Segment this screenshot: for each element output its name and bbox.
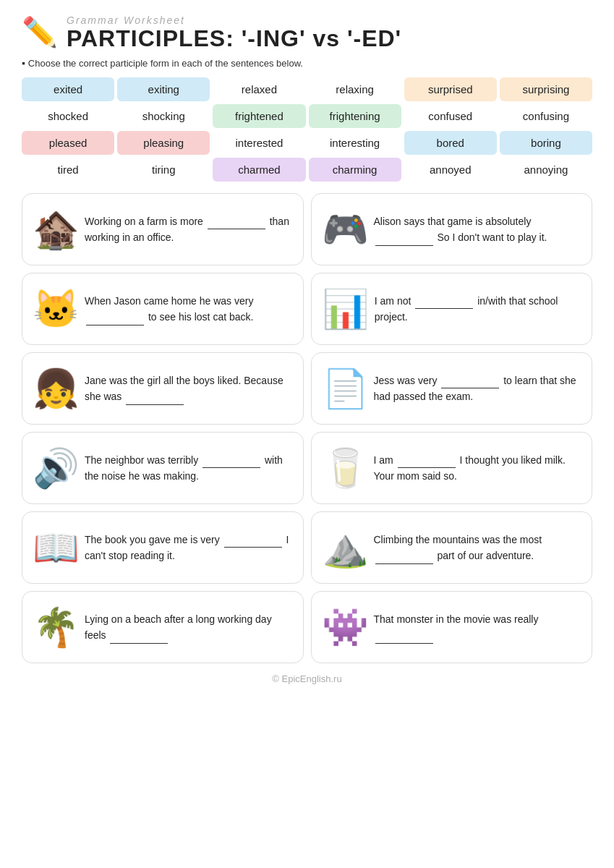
word-cell: exiting — [117, 77, 210, 101]
word-cell: interested — [213, 131, 305, 155]
word-cell: exited — [22, 77, 114, 101]
exercise-icon: 📄 — [322, 370, 365, 407]
blank-line — [375, 244, 433, 246]
exercise-icon: 🐱 — [33, 290, 76, 328]
exercise-card: 📊I am not in/with that school project. — [311, 273, 593, 345]
grammar-label: Grammar Worksheet — [67, 14, 401, 26]
exercise-card: 👾That monster in the movie was really — [311, 591, 593, 663]
word-cell: relaxed — [213, 77, 305, 101]
exercise-text: That monster in the movie was really — [374, 611, 582, 644]
blank-line — [208, 228, 265, 229]
blank-line — [110, 642, 168, 644]
exercise-text: Jane was the girl all the boys liked. Be… — [85, 373, 293, 405]
word-cell: relaxing — [309, 77, 401, 101]
footer: © EpicEnglish.ru — [22, 673, 592, 684]
exercise-icon: 📊 — [322, 290, 366, 328]
exercise-icon: 🥛 — [322, 449, 365, 487]
exercise-icon: 👾 — [322, 608, 365, 646]
word-cell: charming — [309, 158, 401, 182]
exercise-text: Lying on a beach after a long working da… — [85, 611, 293, 644]
blank-line — [86, 324, 144, 326]
exercise-icon: 👧 — [33, 370, 76, 407]
exercise-text: When Jason came home he was very to see … — [85, 293, 293, 326]
word-cell: surprising — [500, 77, 592, 101]
exercise-text: Jess was very to learn that she had pass… — [374, 373, 582, 405]
instruction: Choose the correct participle form in ea… — [22, 57, 592, 69]
exercise-icon: 🌴 — [33, 608, 76, 646]
blank-line — [202, 467, 260, 468]
word-cell: tired — [22, 158, 114, 182]
word-cell: surprised — [404, 77, 497, 101]
blank-line — [415, 307, 473, 309]
exercise-text: Climbing the mountains was the most part… — [374, 532, 582, 564]
word-cell: pleased — [22, 131, 114, 155]
exercise-card: 🌴Lying on a beach after a long working d… — [22, 591, 304, 663]
exercise-icon: 🏚️ — [33, 210, 76, 248]
main-title: PARTICIPLES: '-ING' vs '-ED' — [67, 26, 401, 51]
word-cell: boring — [500, 131, 592, 155]
exercise-text: Working on a farm is more than working i… — [85, 213, 293, 246]
exercise-card: 🏚️Working on a farm is more than working… — [22, 193, 304, 265]
exercise-card: 🥛I am I thought you liked milk. Your mom… — [311, 432, 593, 504]
exercise-card: 🐱When Jason came home he was very to see… — [22, 273, 304, 345]
exercise-text: The book you gave me is very I can't sto… — [85, 532, 293, 564]
word-cell: bored — [404, 131, 497, 155]
word-cell: annoyed — [404, 158, 497, 182]
blank-line — [375, 642, 433, 644]
blank-line — [375, 563, 433, 564]
exercise-card: 📄Jess was very to learn that she had pas… — [311, 352, 593, 425]
word-cell: charmed — [213, 158, 305, 182]
word-cell: confusing — [500, 104, 592, 128]
exercise-card: 👧Jane was the girl all the boys liked. B… — [22, 352, 304, 425]
word-cell: shocked — [22, 104, 114, 128]
word-cell: pleasing — [117, 131, 210, 155]
exercise-icon: 🔊 — [33, 449, 76, 487]
blank-line — [126, 404, 184, 405]
word-cell: frightened — [213, 104, 305, 128]
exercise-text: Alison says that game is absolutely So I… — [374, 213, 582, 246]
exercise-text: I am I thought you liked milk. Your mom … — [374, 452, 582, 485]
exercise-icon: 🎮 — [322, 210, 365, 248]
pencil-icon: ✏️ — [22, 17, 58, 46]
word-cell: frightening — [309, 104, 401, 128]
blank-line — [441, 387, 499, 388]
word-grid: exitedexitingrelaxedrelaxingsurprisedsur… — [22, 77, 592, 182]
word-cell: tiring — [117, 158, 210, 182]
exercise-text: The neighbor was terribly with the noise… — [85, 452, 293, 485]
word-cell: shocking — [117, 104, 210, 128]
page-header: ✏️ Grammar Worksheet PARTICIPLES: '-ING'… — [22, 14, 592, 51]
exercise-text: I am not in/with that school project. — [375, 293, 581, 326]
blank-line — [224, 546, 282, 548]
word-cell: interesting — [309, 131, 401, 155]
exercise-grid: 🏚️Working on a farm is more than working… — [22, 193, 592, 663]
exercise-icon: 📖 — [33, 529, 76, 566]
exercise-card: 📖The book you gave me is very I can't st… — [22, 511, 304, 584]
word-cell: confused — [404, 104, 497, 128]
blank-line — [398, 467, 456, 468]
exercise-card: 🔊The neighbor was terribly with the nois… — [22, 432, 304, 504]
exercise-card: ⛰️Climbing the mountains was the most pa… — [311, 511, 593, 584]
exercise-icon: ⛰️ — [322, 529, 365, 566]
exercise-card: 🎮Alison says that game is absolutely So … — [311, 193, 593, 265]
word-cell: annoying — [500, 158, 592, 182]
header-text: Grammar Worksheet PARTICIPLES: '-ING' vs… — [67, 14, 401, 51]
